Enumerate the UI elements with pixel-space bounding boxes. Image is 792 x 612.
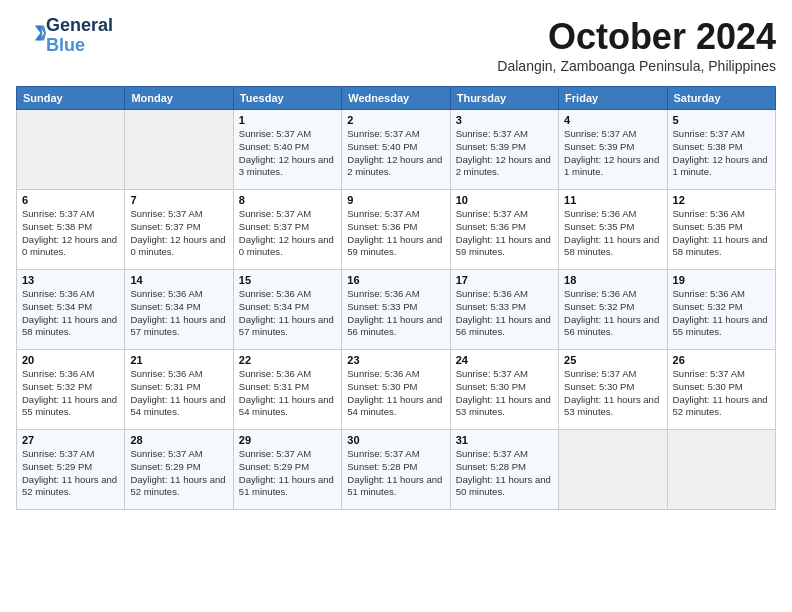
day-number: 12 <box>673 194 770 206</box>
day-number: 9 <box>347 194 444 206</box>
day-number: 13 <box>22 274 119 286</box>
day-number: 22 <box>239 354 336 366</box>
day-info: Sunrise: 5:36 AM Sunset: 5:34 PM Dayligh… <box>130 288 227 339</box>
day-info: Sunrise: 5:36 AM Sunset: 5:32 PM Dayligh… <box>22 368 119 419</box>
calendar-cell: 11Sunrise: 5:36 AM Sunset: 5:35 PM Dayli… <box>559 190 667 270</box>
calendar-cell: 5Sunrise: 5:37 AM Sunset: 5:38 PM Daylig… <box>667 110 775 190</box>
day-number: 28 <box>130 434 227 446</box>
calendar-cell: 17Sunrise: 5:36 AM Sunset: 5:33 PM Dayli… <box>450 270 558 350</box>
weekday-header: Tuesday <box>233 87 341 110</box>
calendar-cell: 16Sunrise: 5:36 AM Sunset: 5:33 PM Dayli… <box>342 270 450 350</box>
day-info: Sunrise: 5:36 AM Sunset: 5:30 PM Dayligh… <box>347 368 444 419</box>
day-number: 23 <box>347 354 444 366</box>
day-number: 14 <box>130 274 227 286</box>
day-number: 30 <box>347 434 444 446</box>
weekday-header-row: SundayMondayTuesdayWednesdayThursdayFrid… <box>17 87 776 110</box>
calendar-cell: 24Sunrise: 5:37 AM Sunset: 5:30 PM Dayli… <box>450 350 558 430</box>
calendar-cell: 21Sunrise: 5:36 AM Sunset: 5:31 PM Dayli… <box>125 350 233 430</box>
logo: GeneralBlue <box>16 16 113 56</box>
calendar-cell: 28Sunrise: 5:37 AM Sunset: 5:29 PM Dayli… <box>125 430 233 510</box>
month-title: October 2024 <box>497 16 776 58</box>
calendar-table: SundayMondayTuesdayWednesdayThursdayFrid… <box>16 86 776 510</box>
day-number: 4 <box>564 114 661 126</box>
day-info: Sunrise: 5:37 AM Sunset: 5:29 PM Dayligh… <box>239 448 336 499</box>
day-info: Sunrise: 5:36 AM Sunset: 5:33 PM Dayligh… <box>456 288 553 339</box>
day-number: 20 <box>22 354 119 366</box>
day-info: Sunrise: 5:36 AM Sunset: 5:32 PM Dayligh… <box>673 288 770 339</box>
day-number: 29 <box>239 434 336 446</box>
day-info: Sunrise: 5:37 AM Sunset: 5:30 PM Dayligh… <box>564 368 661 419</box>
day-info: Sunrise: 5:36 AM Sunset: 5:34 PM Dayligh… <box>239 288 336 339</box>
day-info: Sunrise: 5:37 AM Sunset: 5:28 PM Dayligh… <box>456 448 553 499</box>
day-info: Sunrise: 5:36 AM Sunset: 5:34 PM Dayligh… <box>22 288 119 339</box>
day-number: 6 <box>22 194 119 206</box>
day-info: Sunrise: 5:36 AM Sunset: 5:31 PM Dayligh… <box>130 368 227 419</box>
calendar-cell: 27Sunrise: 5:37 AM Sunset: 5:29 PM Dayli… <box>17 430 125 510</box>
day-number: 1 <box>239 114 336 126</box>
calendar-cell: 25Sunrise: 5:37 AM Sunset: 5:30 PM Dayli… <box>559 350 667 430</box>
weekday-header: Monday <box>125 87 233 110</box>
calendar-cell: 22Sunrise: 5:36 AM Sunset: 5:31 PM Dayli… <box>233 350 341 430</box>
calendar-cell: 31Sunrise: 5:37 AM Sunset: 5:28 PM Dayli… <box>450 430 558 510</box>
calendar-cell: 2Sunrise: 5:37 AM Sunset: 5:40 PM Daylig… <box>342 110 450 190</box>
day-number: 16 <box>347 274 444 286</box>
calendar-week-row: 20Sunrise: 5:36 AM Sunset: 5:32 PM Dayli… <box>17 350 776 430</box>
day-info: Sunrise: 5:37 AM Sunset: 5:36 PM Dayligh… <box>456 208 553 259</box>
day-number: 25 <box>564 354 661 366</box>
calendar-cell <box>667 430 775 510</box>
day-info: Sunrise: 5:37 AM Sunset: 5:37 PM Dayligh… <box>130 208 227 259</box>
calendar-cell: 30Sunrise: 5:37 AM Sunset: 5:28 PM Dayli… <box>342 430 450 510</box>
day-number: 24 <box>456 354 553 366</box>
weekday-header: Saturday <box>667 87 775 110</box>
calendar-week-row: 1Sunrise: 5:37 AM Sunset: 5:40 PM Daylig… <box>17 110 776 190</box>
logo-text: GeneralBlue <box>46 16 113 56</box>
calendar-cell <box>17 110 125 190</box>
calendar-cell: 4Sunrise: 5:37 AM Sunset: 5:39 PM Daylig… <box>559 110 667 190</box>
day-info: Sunrise: 5:36 AM Sunset: 5:32 PM Dayligh… <box>564 288 661 339</box>
day-info: Sunrise: 5:37 AM Sunset: 5:29 PM Dayligh… <box>130 448 227 499</box>
day-number: 26 <box>673 354 770 366</box>
calendar-cell: 7Sunrise: 5:37 AM Sunset: 5:37 PM Daylig… <box>125 190 233 270</box>
weekday-header: Thursday <box>450 87 558 110</box>
calendar-cell: 8Sunrise: 5:37 AM Sunset: 5:37 PM Daylig… <box>233 190 341 270</box>
day-number: 5 <box>673 114 770 126</box>
calendar-cell: 3Sunrise: 5:37 AM Sunset: 5:39 PM Daylig… <box>450 110 558 190</box>
calendar-cell: 12Sunrise: 5:36 AM Sunset: 5:35 PM Dayli… <box>667 190 775 270</box>
logo-icon <box>18 20 46 48</box>
day-info: Sunrise: 5:37 AM Sunset: 5:28 PM Dayligh… <box>347 448 444 499</box>
calendar-cell: 14Sunrise: 5:36 AM Sunset: 5:34 PM Dayli… <box>125 270 233 350</box>
title-block: October 2024 Dalangin, Zamboanga Peninsu… <box>497 16 776 74</box>
day-number: 18 <box>564 274 661 286</box>
day-number: 21 <box>130 354 227 366</box>
day-info: Sunrise: 5:37 AM Sunset: 5:30 PM Dayligh… <box>456 368 553 419</box>
calendar-cell <box>559 430 667 510</box>
location-subtitle: Dalangin, Zamboanga Peninsula, Philippin… <box>497 58 776 74</box>
day-info: Sunrise: 5:36 AM Sunset: 5:35 PM Dayligh… <box>673 208 770 259</box>
day-info: Sunrise: 5:37 AM Sunset: 5:36 PM Dayligh… <box>347 208 444 259</box>
day-info: Sunrise: 5:36 AM Sunset: 5:33 PM Dayligh… <box>347 288 444 339</box>
calendar-cell: 23Sunrise: 5:36 AM Sunset: 5:30 PM Dayli… <box>342 350 450 430</box>
calendar-cell <box>125 110 233 190</box>
weekday-header: Sunday <box>17 87 125 110</box>
day-info: Sunrise: 5:37 AM Sunset: 5:37 PM Dayligh… <box>239 208 336 259</box>
day-number: 10 <box>456 194 553 206</box>
day-info: Sunrise: 5:37 AM Sunset: 5:39 PM Dayligh… <box>564 128 661 179</box>
day-info: Sunrise: 5:37 AM Sunset: 5:38 PM Dayligh… <box>22 208 119 259</box>
day-number: 7 <box>130 194 227 206</box>
day-info: Sunrise: 5:37 AM Sunset: 5:30 PM Dayligh… <box>673 368 770 419</box>
calendar-cell: 10Sunrise: 5:37 AM Sunset: 5:36 PM Dayli… <box>450 190 558 270</box>
day-number: 3 <box>456 114 553 126</box>
calendar-cell: 13Sunrise: 5:36 AM Sunset: 5:34 PM Dayli… <box>17 270 125 350</box>
calendar-cell: 26Sunrise: 5:37 AM Sunset: 5:30 PM Dayli… <box>667 350 775 430</box>
day-number: 11 <box>564 194 661 206</box>
day-info: Sunrise: 5:37 AM Sunset: 5:40 PM Dayligh… <box>239 128 336 179</box>
page-header: GeneralBlue October 2024 Dalangin, Zambo… <box>16 16 776 74</box>
day-number: 27 <box>22 434 119 446</box>
day-info: Sunrise: 5:36 AM Sunset: 5:31 PM Dayligh… <box>239 368 336 419</box>
day-info: Sunrise: 5:36 AM Sunset: 5:35 PM Dayligh… <box>564 208 661 259</box>
weekday-header: Friday <box>559 87 667 110</box>
calendar-cell: 1Sunrise: 5:37 AM Sunset: 5:40 PM Daylig… <box>233 110 341 190</box>
day-number: 19 <box>673 274 770 286</box>
weekday-header: Wednesday <box>342 87 450 110</box>
calendar-week-row: 6Sunrise: 5:37 AM Sunset: 5:38 PM Daylig… <box>17 190 776 270</box>
